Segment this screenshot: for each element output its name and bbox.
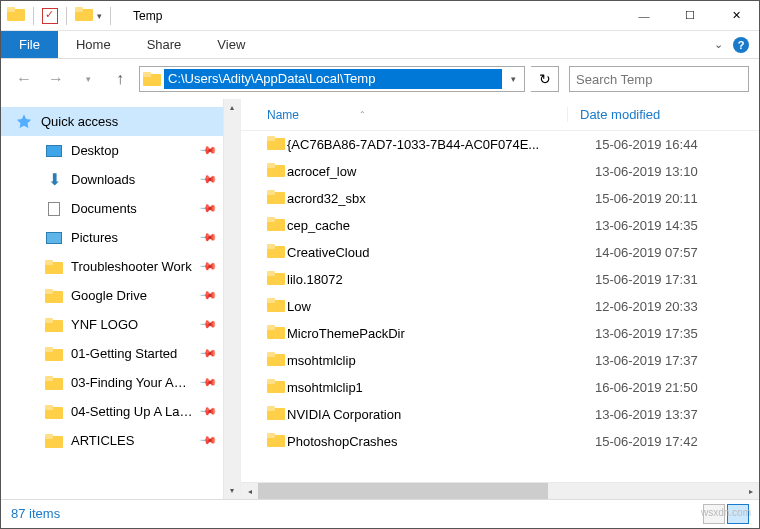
column-date[interactable]: Date modified [567,107,660,122]
svg-rect-3 [75,7,83,12]
file-name: acrord32_sbx [287,191,583,206]
sidebar-item[interactable]: 04-Setting Up A Landing📌 [1,397,223,426]
minimize-button[interactable]: — [621,1,667,31]
sidebar-item[interactable]: 01-Getting Started📌 [1,339,223,368]
scroll-down-icon[interactable]: ▾ [224,482,240,499]
svg-rect-23 [267,163,275,168]
separator [110,7,111,25]
svg-rect-11 [45,318,53,323]
up-button[interactable]: ↑ [107,66,133,92]
file-row[interactable]: CreativeCloud14-06-2019 07:57 [241,239,759,266]
column-headers: Name ⌃ Date modified [241,99,759,131]
pin-icon: 📌 [198,286,217,305]
nav-scrollbar[interactable]: ▴ ▾ [223,99,240,499]
file-row[interactable]: PhotoshopCrashes15-06-2019 17:42 [241,428,759,455]
folder-icon [75,7,93,24]
sidebar-item[interactable]: ARTICLES📌 [1,426,223,455]
svg-rect-13 [45,347,53,352]
file-row[interactable]: msohtmlclip13-06-2019 17:37 [241,347,759,374]
address-dropdown-icon[interactable]: ▾ [502,74,524,84]
file-list[interactable]: {AC76BA86-7AD7-1033-7B44-AC0F074E...15-0… [241,131,759,482]
folder-icon [45,346,63,362]
file-row[interactable]: acrord32_sbx15-06-2019 20:11 [241,185,759,212]
file-date: 15-06-2019 16:44 [583,137,698,152]
scroll-thumb[interactable] [258,483,548,499]
back-button[interactable]: ← [11,66,37,92]
sidebar-item-label: YNF LOGO [71,317,193,332]
refresh-button[interactable]: ↻ [531,66,559,92]
tab-view[interactable]: View [199,31,263,58]
scroll-right-icon[interactable]: ▸ [742,483,759,499]
svg-rect-9 [45,289,53,294]
folder-icon [267,271,287,288]
properties-icon[interactable] [42,8,58,24]
search-placeholder: Search Temp [576,72,652,87]
column-name[interactable]: Name ⌃ [267,108,567,122]
quick-access-node[interactable]: Quick access [1,107,223,136]
maximize-button[interactable]: ☐ [667,1,713,31]
svg-rect-5 [143,72,151,77]
column-name-label: Name [267,108,299,122]
svg-rect-29 [267,244,275,249]
file-name: CreativeCloud [287,245,583,260]
file-name: {AC76BA86-7AD7-1033-7B44-AC0F074E... [287,137,583,152]
file-row[interactable]: MicroThemePackDir13-06-2019 17:35 [241,320,759,347]
history-dropdown[interactable]: ▾ [75,66,101,92]
sidebar-item-label: 01-Getting Started [71,346,193,361]
file-tab[interactable]: File [1,31,58,58]
pin-icon: 📌 [198,257,217,276]
sidebar-item[interactable]: YNF LOGO📌 [1,310,223,339]
file-row[interactable]: Low12-06-2019 20:33 [241,293,759,320]
horizontal-scrollbar[interactable]: ◂ ▸ [241,482,759,499]
sidebar-item-downloads[interactable]: ⬇Downloads📌 [1,165,223,194]
sidebar-item-documents[interactable]: Documents📌 [1,194,223,223]
folder-icon [45,259,63,275]
scroll-track[interactable] [258,483,742,499]
ribbon: File Home Share View ⌄ ? [1,31,759,59]
svg-rect-25 [267,190,275,195]
file-row[interactable]: lilo.1807215-06-2019 17:31 [241,266,759,293]
svg-rect-19 [45,434,53,439]
sidebar-item[interactable]: 03-Finding Your Ad Image📌 [1,368,223,397]
expand-ribbon-icon[interactable]: ⌄ [714,38,723,51]
file-row[interactable]: acrocef_low13-06-2019 13:10 [241,158,759,185]
folder-icon [267,325,287,342]
file-date: 13-06-2019 13:37 [583,407,698,422]
sidebar-item[interactable]: Google Drive📌 [1,281,223,310]
sidebar-item-desktop[interactable]: Desktop📌 [1,136,223,165]
file-name: lilo.18072 [287,272,583,287]
svg-rect-43 [267,433,275,438]
scroll-track[interactable] [224,116,240,482]
search-box[interactable]: Search Temp [569,66,749,92]
scroll-up-icon[interactable]: ▴ [224,99,240,116]
file-row[interactable]: msohtmlclip116-06-2019 21:50 [241,374,759,401]
pin-icon: 📌 [198,315,217,334]
file-row[interactable]: {AC76BA86-7AD7-1033-7B44-AC0F074E...15-0… [241,131,759,158]
help-icon[interactable]: ? [733,37,749,53]
separator [66,7,67,25]
main-area: Quick access Desktop📌⬇Downloads📌Document… [1,99,759,499]
close-button[interactable]: ✕ [713,1,759,31]
file-date: 13-06-2019 13:10 [583,164,698,179]
tab-share[interactable]: Share [129,31,200,58]
file-row[interactable]: NVIDIA Corporation13-06-2019 13:37 [241,401,759,428]
sidebar-item-pictures[interactable]: Pictures📌 [1,223,223,252]
forward-button[interactable]: → [43,66,69,92]
file-name: msohtmlclip [287,353,583,368]
scroll-left-icon[interactable]: ◂ [241,483,258,499]
file-date: 15-06-2019 17:31 [583,272,698,287]
chevron-down-icon[interactable]: ▾ [97,11,102,21]
file-row[interactable]: cep_cache13-06-2019 14:35 [241,212,759,239]
folder-icon [267,244,287,261]
address-field[interactable]: C:\Users\Adity\AppData\Local\Temp ▾ [139,66,525,92]
svg-rect-37 [267,352,275,357]
quick-access-label: Quick access [41,114,223,129]
sidebar-item[interactable]: Troubleshooter Work📌 [1,252,223,281]
sidebar-item-label: Desktop [71,143,193,158]
sidebar-item-label: 03-Finding Your Ad Image [71,375,193,390]
tab-home[interactable]: Home [58,31,129,58]
window-title: Temp [121,9,162,23]
address-path[interactable]: C:\Users\Adity\AppData\Local\Temp [164,69,502,89]
file-date: 12-06-2019 20:33 [583,299,698,314]
svg-rect-39 [267,379,275,384]
